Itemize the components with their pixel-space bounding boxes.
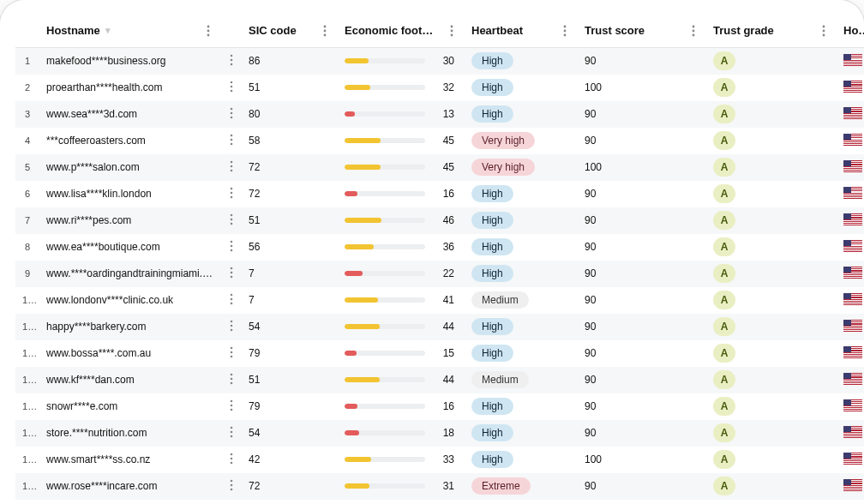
- svg-point-6: [451, 25, 453, 27]
- row-menu-icon[interactable]: [230, 213, 233, 225]
- economic-footprint-cell: 33: [338, 447, 465, 473]
- row-index: 14: [15, 393, 39, 420]
- svg-point-51: [231, 346, 233, 349]
- trust-grade-cell: A: [706, 101, 837, 128]
- sic-cell: 54: [242, 420, 338, 447]
- col-economic-footprint[interactable]: Economic foot…: [338, 15, 465, 48]
- economic-footprint-cell: 32: [338, 75, 465, 101]
- col-heartbeat[interactable]: Heartbeat: [465, 15, 578, 48]
- sic-cell: 7: [242, 287, 338, 314]
- table-row[interactable]: 9www.****oardingandtrainingmiami.com722H…: [15, 261, 864, 287]
- sort-icon[interactable]: ▾: [105, 26, 111, 35]
- table-row[interactable]: 2proearthan****health.com5132High100A: [15, 75, 864, 101]
- row-menu-icon[interactable]: [230, 293, 233, 305]
- table-row[interactable]: 16www.smart****ss.co.nz4233High100A: [15, 447, 864, 473]
- svg-point-61: [231, 430, 233, 433]
- flag-icon: [843, 426, 862, 438]
- col-hostname[interactable]: Hostname ▾: [39, 15, 221, 48]
- svg-point-20: [231, 63, 233, 65]
- row-menu-icon[interactable]: [230, 320, 233, 332]
- svg-point-35: [231, 195, 233, 198]
- table-row[interactable]: 14snowr****e.com7916High90A: [15, 393, 864, 420]
- grade-badge: A: [713, 344, 735, 363]
- table-row[interactable]: 8www.ea****boutique.com5636High90A: [15, 234, 864, 261]
- trust-score-cell: 90: [578, 261, 706, 287]
- svg-point-52: [231, 351, 233, 353]
- location-cell: [837, 314, 864, 340]
- table-row[interactable]: 15store.****nutrition.com5418High90A: [15, 420, 864, 447]
- trust-score-cell: 100: [578, 447, 706, 473]
- hostname-cell: store.****nutrition.com: [39, 420, 221, 447]
- heartbeat-cell: Medium: [465, 287, 578, 314]
- economic-footprint-value: 16: [434, 188, 454, 200]
- row-menu-icon[interactable]: [230, 453, 233, 465]
- col-menu-icon[interactable]: [687, 25, 699, 37]
- row-index: 15: [15, 420, 39, 447]
- svg-point-10: [564, 29, 567, 32]
- progress-bar: [345, 377, 425, 382]
- table-row[interactable]: 11happy****barkery.com5444High90A: [15, 314, 864, 340]
- row-menu-icon[interactable]: [230, 426, 233, 438]
- heartbeat-pill: Extreme: [471, 477, 531, 495]
- row-index: 17: [15, 473, 39, 500]
- svg-point-43: [231, 271, 233, 273]
- sic-cell: 72: [242, 154, 338, 181]
- col-trust-score[interactable]: Trust score: [578, 15, 706, 48]
- row-menu-icon[interactable]: [230, 346, 233, 358]
- col-menu-icon[interactable]: [446, 25, 458, 37]
- hostname-cell: proearthan****health.com: [39, 75, 221, 101]
- flag-icon: [843, 187, 862, 199]
- row-menu-icon[interactable]: [230, 187, 233, 199]
- col-sic[interactable]: SIC code: [242, 15, 338, 48]
- col-menu-icon[interactable]: [319, 25, 331, 37]
- col-location[interactable]: Ho…: [837, 15, 864, 48]
- trust-grade-cell: A: [706, 48, 837, 75]
- location-cell: [837, 340, 864, 367]
- row-menu-icon[interactable]: [230, 240, 233, 252]
- col-trust-grade[interactable]: Trust grade: [706, 15, 837, 48]
- row-index: 5: [15, 154, 39, 181]
- row-menu-icon[interactable]: [230, 107, 233, 119]
- location-cell: [837, 128, 864, 154]
- svg-point-13: [693, 29, 695, 32]
- row-menu-icon[interactable]: [230, 399, 233, 411]
- table-row[interactable]: 7www.ri****pes.com5146High90A: [15, 207, 864, 234]
- row-menu-icon[interactable]: [230, 134, 233, 146]
- row-menu-icon[interactable]: [230, 267, 233, 279]
- economic-footprint-value: 36: [434, 241, 454, 253]
- table-row[interactable]: 5www.p****salon.com7245Very high100A: [15, 154, 864, 181]
- trust-grade-cell: A: [706, 447, 837, 473]
- table-row[interactable]: 12www.bossa****.com.au7915High90A: [15, 340, 864, 367]
- row-menu-icon[interactable]: [230, 160, 233, 172]
- location-cell: [837, 473, 864, 500]
- col-menu-icon[interactable]: [202, 25, 214, 37]
- svg-point-32: [231, 169, 233, 171]
- hostname-cell: snowr****e.com: [39, 393, 221, 420]
- grade-badge: A: [713, 370, 735, 389]
- col-menu-icon[interactable]: [559, 25, 571, 37]
- row-menu-icon[interactable]: [230, 54, 233, 66]
- grade-badge: A: [713, 184, 735, 203]
- hostname-cell: www.****oardingandtrainingmiami.com: [39, 261, 221, 287]
- svg-point-1: [207, 29, 210, 32]
- table-row[interactable]: 1makefood****business.org8630High90A: [15, 48, 864, 75]
- table-row[interactable]: 13www.kf****dan.com5144Medium90A: [15, 367, 864, 393]
- heartbeat-cell: Very high: [465, 154, 578, 181]
- economic-footprint-cell: 44: [338, 314, 465, 340]
- table-row[interactable]: 10www.londonv****clinic.co.uk741Medium90…: [15, 287, 864, 314]
- table-row[interactable]: 17www.rose****incare.com7231Extreme90A: [15, 473, 864, 500]
- economic-footprint-cell: 22: [338, 261, 465, 287]
- table-row[interactable]: 6www.lisa****klin.london7216High90A: [15, 181, 864, 207]
- economic-footprint-cell: 45: [338, 154, 465, 181]
- col-menu-icon[interactable]: [818, 25, 830, 37]
- table-row[interactable]: 4***coffeeroasters.com5845Very high90A: [15, 128, 864, 154]
- row-menu-icon[interactable]: [230, 373, 233, 385]
- progress-bar: [345, 138, 425, 143]
- col-hostname-label: Hostname: [46, 24, 100, 37]
- trust-score-cell: 90: [578, 287, 706, 314]
- svg-point-56: [231, 381, 233, 384]
- table-row[interactable]: 3www.sea****3d.com8013High90A: [15, 101, 864, 128]
- row-menu-icon[interactable]: [230, 81, 233, 93]
- svg-point-2: [207, 33, 210, 36]
- row-menu-icon[interactable]: [230, 479, 233, 491]
